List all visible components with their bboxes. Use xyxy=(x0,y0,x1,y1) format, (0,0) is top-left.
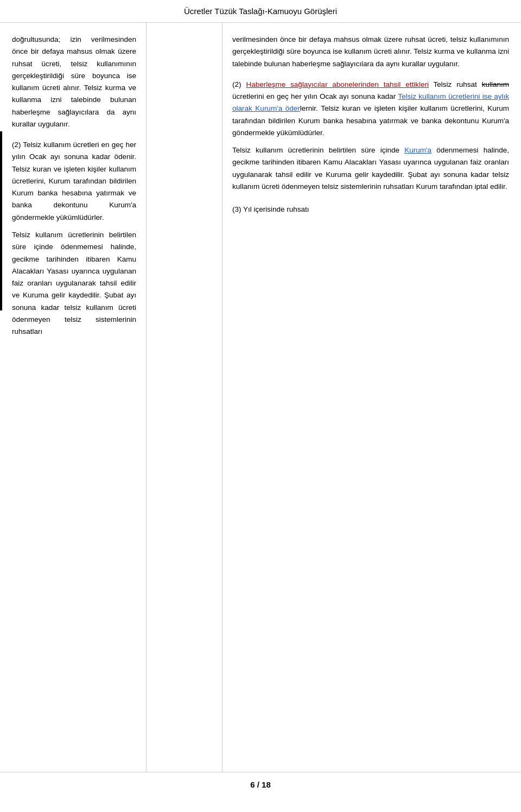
right-column: verilmesinden önce bir defaya mahsus olm… xyxy=(223,23,521,772)
right-para2-underline-blue: Telsiz kullanım ücretlerini ise aylık ol… xyxy=(232,92,509,112)
left-para3: Telsiz kullanım ücretlerinin belirtilen … xyxy=(12,229,136,338)
right-para2-underline-red: Haberleşme sağlayıcılar abonelerinden ta… xyxy=(246,80,429,88)
left-column: doğrultusunda; izin verilmesinden önce b… xyxy=(0,23,147,772)
right-para2: (2) Haberleşme sağlayıcılar abonelerinde… xyxy=(232,79,509,139)
page-header: Ücretler Tüzük Taslağı-Kamuoyu Görüşleri xyxy=(0,0,521,23)
footer-page: 6 / 18 xyxy=(250,780,271,789)
right-para2-strikethrough: kullanım xyxy=(482,80,509,88)
left-section2: (2) Telsiz kullanım ücretleri en geç her… xyxy=(12,139,136,338)
page-footer: 6 / 18 xyxy=(0,772,521,797)
content-area: doğrultusunda; izin verilmesinden önce b… xyxy=(0,23,521,772)
right-para3-kuruma: Kurum'a xyxy=(404,146,431,154)
middle-column xyxy=(147,23,223,772)
left-para1: doğrultusunda; izin verilmesinden önce b… xyxy=(12,34,136,130)
left-para2: (2) Telsiz kullanım ücretleri en geç her… xyxy=(12,139,136,224)
right-section2: (2) Haberleşme sağlayıcılar abonelerinde… xyxy=(232,79,509,193)
left-vertical-bar xyxy=(0,131,2,310)
right-para1: verilmesinden önce bir defaya mahsus olm… xyxy=(232,34,509,70)
header-title: Ücretler Tüzük Taslağı-Kamuoyu Görüşleri xyxy=(184,7,337,16)
right-para3: Telsiz kullanım ücretlerinin belirtilen … xyxy=(232,144,509,193)
right-para4: (3) Yıl içerisinde ruhsatı xyxy=(232,204,509,215)
